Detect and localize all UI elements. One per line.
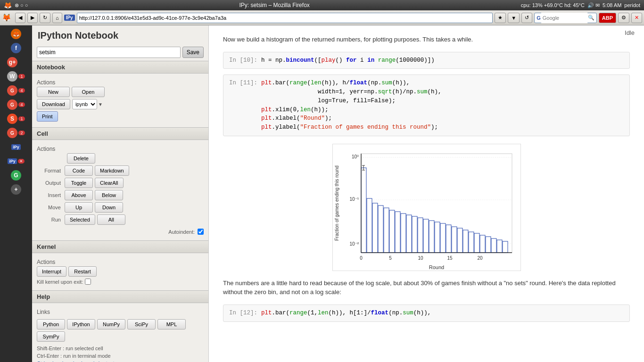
kernel-actions-label: Actions: [37, 257, 204, 266]
idle-status: Idle: [625, 29, 635, 36]
svg-rect-14: [361, 168, 366, 253]
markdown-button[interactable]: Markdown: [95, 165, 129, 176]
notebook-section-content: Actions New Open Download ipynb py rst ▼: [32, 74, 208, 127]
delete-button[interactable]: Delete: [67, 153, 95, 164]
sidebar-item-g4[interactable]: G 2: [2, 126, 30, 140]
autoindent-checkbox[interactable]: [198, 229, 204, 235]
ipython-link[interactable]: IPython: [67, 319, 95, 329]
sidebar-item-g2[interactable]: G 4: [2, 84, 30, 97]
refresh-button[interactable]: ↺: [521, 13, 532, 23]
notebook-actions-label: Actions: [37, 77, 204, 87]
settings-button[interactable]: ⚙: [618, 13, 629, 23]
format-group: ipynb py rst ▼: [72, 99, 103, 109]
interrupt-button[interactable]: Interrupt: [37, 266, 66, 277]
kernel-section-content: Actions Interrupt Restart Kill kernel up…: [32, 253, 208, 290]
sidebar-item-green[interactable]: G: [2, 169, 30, 182]
code-button[interactable]: Code: [65, 165, 93, 176]
move-row: Move Up Down: [37, 202, 204, 213]
code-line-12: In [12]: plt.bar(range(1,len(h)), h[1:]/…: [229, 309, 624, 318]
svg-rect-35: [480, 235, 485, 253]
sidebar-item-facebook[interactable]: f: [2, 41, 30, 55]
sympy-link[interactable]: SymPy: [37, 331, 65, 342]
restart-button[interactable]: Restart: [68, 266, 97, 277]
toggle-button[interactable]: Toggle: [65, 178, 93, 188]
open-button[interactable]: Open: [72, 87, 105, 97]
svg-rect-26: [429, 221, 434, 253]
svg-rect-20: [395, 212, 400, 253]
reload-button[interactable]: ↻: [40, 13, 50, 23]
username: peridot: [624, 2, 640, 8]
below-button[interactable]: Below: [95, 190, 123, 200]
mpl-link[interactable]: MPL: [157, 319, 186, 329]
svg-rect-28: [440, 223, 446, 253]
above-button[interactable]: Above: [65, 190, 93, 200]
search-input[interactable]: [541, 13, 588, 23]
svg-text:Fraction of games ending this : Fraction of games ending this round: [334, 165, 339, 241]
gplus-icon: g+: [7, 57, 17, 67]
output-row: Output Toggle ClearAll: [37, 178, 204, 188]
sidebar-item-ipy1[interactable]: iPy: [2, 140, 30, 154]
back-button[interactable]: ◀: [15, 13, 25, 23]
search-submit-icon[interactable]: 🔍: [588, 15, 594, 21]
code-cell-10: In [10]: h = np.bincount([play() for i i…: [223, 52, 630, 69]
cell-actions-label: Actions: [37, 144, 204, 153]
ipy2-close[interactable]: ✕: [18, 159, 25, 164]
abp-button[interactable]: ABP: [599, 13, 616, 23]
address-bar[interactable]: [77, 13, 493, 23]
help-section-title: Help: [32, 291, 208, 303]
main-container: 🦊 f g+ W 1 G 4 G 4 S 1 G 2 iPy: [0, 25, 644, 362]
svg-rect-36: [486, 237, 491, 253]
numpy-link[interactable]: NumPy: [97, 319, 125, 329]
download-button[interactable]: Download: [37, 99, 70, 109]
forward-button[interactable]: ▶: [27, 13, 38, 23]
svg-rect-29: [446, 225, 451, 253]
sidebar-item-wiki[interactable]: W 1: [2, 70, 30, 83]
sidebar-item-ipy2[interactable]: iPy ✕: [2, 155, 30, 168]
sidebar-item-g3[interactable]: G 4: [2, 98, 30, 111]
cell-prompt-10: In [10]:: [229, 56, 257, 65]
window-buttons[interactable]: ⊗ ○ ○: [15, 2, 28, 8]
svg-text:10⁻²: 10⁻²: [349, 241, 359, 247]
shortcut-2-text: Ctrl-Enter : run in terminal mode: [37, 353, 111, 359]
home-button[interactable]: ⌂: [52, 13, 62, 23]
close-button[interactable]: ✕: [631, 13, 642, 23]
bookmark-button[interactable]: ★: [495, 13, 506, 23]
svg-rect-23: [412, 216, 417, 253]
selected-button[interactable]: Selected: [65, 214, 95, 225]
svg-rect-38: [497, 240, 502, 253]
svg-text:10: 10: [418, 255, 423, 261]
notebook-name-input[interactable]: [37, 47, 181, 58]
svg-rect-15: [367, 198, 372, 253]
all-button[interactable]: All: [97, 214, 125, 225]
move-label: Move: [37, 205, 63, 210]
sidebar-item-gplus1[interactable]: g+: [2, 56, 30, 69]
sidebar-item-add[interactable]: +: [2, 183, 30, 196]
scipy-link[interactable]: SciPy: [127, 319, 156, 329]
svg-text:20: 20: [477, 255, 483, 261]
python-link[interactable]: Python: [37, 319, 65, 329]
svg-text:10⁻¹: 10⁻¹: [349, 197, 359, 202]
cell-prompt-12: In [12]:: [229, 309, 257, 318]
browser-titlebar: 🦊 ⊗ ○ ○ IPy: setsim – Mozilla Firefox cp…: [0, 0, 644, 10]
histogram-chart: Fraction of games ending this round Roun…: [332, 144, 521, 271]
notebook-section: Notebook Actions New Open Download ipynb…: [32, 61, 208, 127]
sidebar-item-stumble[interactable]: S 1: [2, 112, 30, 125]
print-button[interactable]: Print: [37, 111, 58, 122]
save-button[interactable]: Save: [182, 47, 204, 58]
down-button[interactable]: Down: [95, 202, 123, 213]
run-row: Run Selected All: [37, 214, 204, 225]
print-row: Print: [37, 111, 204, 122]
chart-container: Fraction of games ending this round Roun…: [223, 144, 630, 271]
clearall-button[interactable]: ClearAll: [95, 178, 124, 188]
sidebar-item-firefox[interactable]: 🦊: [2, 27, 30, 41]
up-button[interactable]: Up: [65, 202, 93, 213]
svg-rect-24: [418, 218, 423, 253]
bookmark-list-button[interactable]: ▼: [508, 13, 520, 23]
kill-checkbox[interactable]: [85, 279, 91, 285]
google-icon-3: G: [7, 99, 17, 110]
format-select[interactable]: ipynb py rst: [72, 99, 97, 109]
google-icon-2: G: [7, 85, 17, 96]
cell-section: Cell Actions Delete Format Code Markdown…: [32, 127, 208, 240]
new-button[interactable]: New: [37, 87, 70, 97]
ipy-icon-2: iPy: [8, 158, 17, 164]
